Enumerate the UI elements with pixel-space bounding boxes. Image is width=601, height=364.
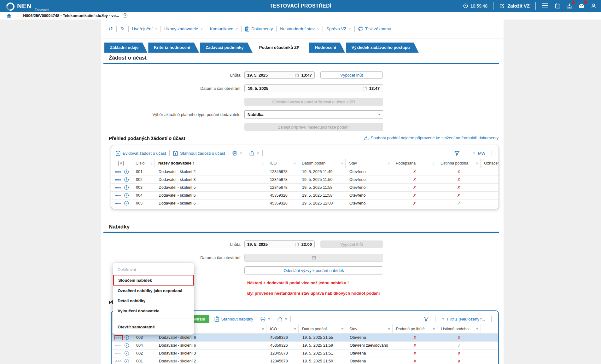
filter-chevron-icon[interactable]: ▽: [294, 328, 296, 331]
tab-zakladni-udaje[interactable]: Základní údaje: [104, 43, 147, 53]
submission-type-select[interactable]: Nabídka ▾: [244, 110, 383, 118]
filter-chevron-icon[interactable]: ▽: [262, 162, 264, 165]
saved-filter-label[interactable]: Filtr 1 (Neuložený f...: [447, 317, 485, 321]
tab-zadavaci-podminky[interactable]: Zadávací podmínky: [200, 43, 253, 53]
menu-ukony-zadavatele[interactable]: Úkony zadavatele▽: [164, 26, 202, 31]
row-menu-button[interactable]: ooo: [115, 170, 121, 173]
breadcrumb-item[interactable]: N006/25/V00004748 - Telekomunikační služ…: [23, 14, 119, 18]
filter-chevron-icon[interactable]: ▽: [150, 162, 152, 165]
info-icon[interactable]: i: [125, 335, 129, 340]
clipboard-download-icon: [173, 151, 178, 156]
menu-item-slouceni-nabidek[interactable]: Sloučení nabídek: [113, 275, 194, 286]
info-icon[interactable]: i: [124, 185, 129, 190]
menu-item-vylouceni-dodavatele[interactable]: Vyloučení dodavatele: [113, 306, 194, 316]
filter-icon[interactable]: [423, 316, 429, 322]
filter-chevron-icon[interactable]: ▽: [262, 328, 264, 331]
menu-uverejneni[interactable]: Uveřejnění▽: [132, 26, 157, 31]
filter-chevron-icon[interactable]: ▽: [388, 162, 390, 165]
tab-vysledek-zadavaciho-postupu[interactable]: Výsledek zadávacího postupu: [346, 43, 419, 53]
divider: [493, 2, 493, 10]
menu-item-detail-nabidky[interactable]: Detail nabídky: [113, 296, 194, 306]
menu-tisk-zaznamu[interactable]: Tisk záznamu: [358, 26, 391, 31]
info-icon[interactable]: i: [124, 201, 129, 205]
filter-chevron-icon[interactable]: ▽: [294, 162, 296, 165]
stahnout-nabidky-button[interactable]: Stáhnout nabídky: [214, 316, 253, 322]
signed-mark: ✗: [392, 193, 437, 198]
table-row[interactable]: oooi 002Dodavatel - školení 3 1234567819…: [111, 176, 499, 184]
export-table-button[interactable]: ▽: [277, 316, 287, 321]
downloads-button[interactable]: [566, 3, 573, 9]
edit-record-button[interactable]: ✎: [120, 26, 125, 32]
table-row[interactable]: oooi 003Dodavatel - školení 5 1234567819…: [111, 184, 499, 192]
info-icon[interactable]: i: [125, 359, 129, 363]
table-row[interactable]: oooi 004Dodavatel - školení 6 4535932619…: [112, 342, 498, 350]
evidovat-zadost-button[interactable]: Evidovat žádost o účast: [116, 151, 166, 156]
table-row[interactable]: oooi 004Dodavatel - školení 6 4535932619…: [111, 192, 499, 199]
info-icon[interactable]: i: [125, 351, 129, 355]
clock-icon: [463, 3, 468, 9]
paper-mark: ✓: [437, 343, 481, 348]
filter-chevron-icon[interactable]: ▽: [388, 328, 390, 331]
row-menu-button[interactable]: ooo: [115, 352, 122, 355]
menu-komunikace[interactable]: Komunikace▽: [210, 26, 237, 31]
submission-files-link[interactable]: Soubory podání najdete připravené ke sta…: [364, 136, 499, 140]
tab-hodnoceni[interactable]: Hodnocení: [309, 43, 345, 53]
row-menu-button[interactable]: ooo: [115, 344, 122, 347]
create-vz-button[interactable]: Založit VZ: [499, 3, 530, 9]
row-menu-button-active[interactable]: ooo: [115, 336, 122, 339]
menu-nestandardni-stav[interactable]: Nestandardní stav▽: [280, 26, 319, 31]
tab-podani-ucastniku-zp[interactable]: Podání účastníků ZP: [254, 43, 308, 53]
home-button[interactable]: [6, 13, 12, 18]
clipboard-download-icon: [214, 316, 219, 322]
info-icon[interactable]: i: [124, 193, 129, 198]
info-icon[interactable]: i: [124, 177, 129, 182]
breadcrumb-separator: ›: [17, 13, 19, 18]
filter-chevron-icon[interactable]: ▽: [341, 162, 343, 165]
sort-asc-icon: ↑: [192, 161, 194, 165]
filter-chevron-icon[interactable]: ▽: [433, 162, 435, 165]
column-settings-icon[interactable]: ⇄: [118, 161, 124, 166]
table-row[interactable]: oooi 005Dodavatel - školení 6 4535932619…: [111, 199, 499, 207]
stahnout-zadosti-button[interactable]: Stáhnout žádosti o účast: [173, 151, 225, 156]
messages-button[interactable]: [578, 3, 585, 9]
print-table-button[interactable]: ▽: [260, 317, 270, 321]
row-menu-button[interactable]: ooo: [115, 178, 121, 181]
refresh-button[interactable]: ↺: [108, 26, 113, 32]
menu-item-otevrit-samostatne[interactable]: Otevřít samostatně: [113, 322, 194, 332]
chevron-down-icon: ▽: [240, 152, 242, 155]
lhuta-datetime-input[interactable]: 19. 5. 2025 13:47: [244, 71, 315, 79]
offers-lhuta-datetime-input[interactable]: 19. 5. 2025 22:00: [244, 240, 315, 248]
share-icon: [277, 316, 282, 321]
filter-chevron-icon[interactable]: ▽: [476, 162, 478, 165]
export-table-button[interactable]: ▽: [249, 151, 259, 156]
row-menu-button[interactable]: ooo: [115, 202, 121, 205]
table-row[interactable]: oooi 001Dodavatel - školení 2 1234567819…: [112, 357, 498, 364]
applications-table-title: Přehled podaných žádostí o účast: [109, 136, 185, 141]
filter-icon[interactable]: [454, 151, 460, 156]
hamburger-menu-button[interactable]: [541, 3, 549, 9]
saved-filter-label[interactable]: MW: [478, 151, 485, 156]
table-row-selected[interactable]: oooi 003Dodavatel - školení 6 4535932619…: [112, 334, 498, 342]
table-row[interactable]: oooi 001Dodavatel - školení 2 1234567819…: [111, 168, 499, 176]
info-icon[interactable]: i: [124, 170, 129, 174]
vypocet-lhut-button[interactable]: Výpočet lhůt: [320, 71, 383, 79]
chevron-down-icon: ▽: [442, 318, 444, 321]
menu-sprava-vz[interactable]: Správa VZ▽: [326, 26, 351, 31]
info-icon[interactable]: i: [125, 343, 129, 348]
menu-item-oznaceni-nepodana[interactable]: Označení nabídky jako nepodaná: [113, 286, 194, 296]
row-menu-button[interactable]: ooo: [115, 186, 121, 189]
row-menu-button[interactable]: ooo: [115, 360, 122, 363]
print-table-button[interactable]: ▽: [232, 151, 242, 156]
row-menu-button[interactable]: ooo: [115, 194, 121, 197]
profile-button[interactable]: [591, 3, 597, 9]
filter-chevron-icon[interactable]: ▽: [476, 328, 478, 331]
menu-dokumenty[interactable]: Dokumenty: [245, 26, 273, 32]
filter-chevron-icon[interactable]: ▽: [341, 328, 343, 331]
open-datetime-input[interactable]: 19. 5. 2025 13:47: [244, 84, 383, 92]
send-offers-request-button[interactable]: Odeslání výzvy k podání nabídek: [244, 266, 383, 274]
table-row[interactable]: oooi 002Dodavatel - školení 3 1234567819…: [112, 350, 498, 357]
breadcrumb-close-button[interactable]: ✕: [123, 13, 127, 18]
calendar-button[interactable]: [555, 3, 561, 9]
tab-kriteria-hodnoceni[interactable]: Kritéria hodnocení: [148, 43, 199, 53]
filter-chevron-icon[interactable]: ▽: [433, 328, 435, 331]
